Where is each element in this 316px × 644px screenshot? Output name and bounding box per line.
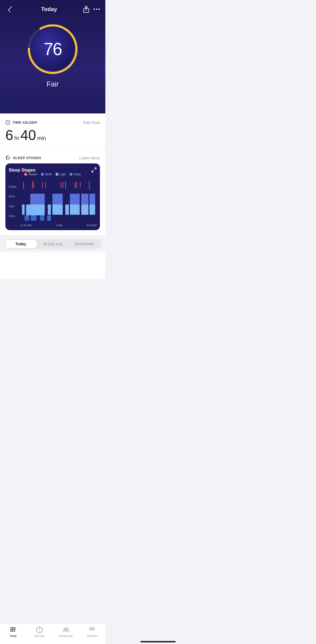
learn-more-button[interactable]: Learn More <box>79 156 100 160</box>
chart-legend: Awake REM Light Deep <box>9 173 97 176</box>
chart-body: Awake REM Light Deep <box>9 180 97 227</box>
moon-icon <box>5 155 11 160</box>
y-label-deep: Deep <box>9 214 19 217</box>
svg-rect-39 <box>80 182 80 187</box>
expand-icon <box>91 167 97 173</box>
time-asleep-header: TIME ASLEEP Edit Goal <box>5 120 100 125</box>
svg-rect-22 <box>81 204 89 215</box>
svg-rect-23 <box>89 204 95 215</box>
svg-rect-11 <box>25 215 29 221</box>
legend-deep-label: Deep <box>74 173 81 176</box>
back-chevron-icon <box>8 6 14 12</box>
y-labels: Awake REM Light Deep <box>9 180 19 223</box>
legend-light-dot <box>56 173 58 176</box>
svg-rect-29 <box>23 182 24 189</box>
hero-section: Today <box>0 0 105 113</box>
svg-rect-16 <box>26 204 30 215</box>
svg-point-3 <box>98 9 100 10</box>
svg-rect-19 <box>52 204 63 215</box>
more-button[interactable] <box>93 8 100 10</box>
legend-rem-label: REM <box>45 173 52 176</box>
page-title: Today <box>41 6 57 12</box>
svg-rect-15 <box>22 204 25 215</box>
svg-rect-18 <box>48 204 51 215</box>
svg-rect-34 <box>61 182 61 188</box>
time-hr-unit: hr <box>14 135 19 141</box>
svg-rect-40 <box>89 181 89 189</box>
chart-time-labels: 12:41 AM 5 AM 8:09 AM <box>20 224 97 227</box>
sleep-stages-section: SLEEP STAGES Learn More Sleep Stages Awa… <box>0 149 105 236</box>
legend-awake: Awake <box>24 173 37 176</box>
svg-rect-21 <box>70 204 80 215</box>
time-hours: 6 <box>5 127 13 143</box>
time-asleep-label: TIME ASLEEP <box>5 120 37 125</box>
clock-icon <box>5 120 10 125</box>
chart-time-end: 8:09 AM <box>87 224 97 227</box>
svg-rect-31 <box>33 182 34 188</box>
tabs-container: Today 30 Day Avg Benchmark <box>4 239 101 249</box>
svg-rect-24 <box>30 194 45 204</box>
share-button[interactable] <box>83 6 89 13</box>
time-value: 6 hr 40 min <box>5 127 100 143</box>
svg-rect-37 <box>75 182 75 188</box>
back-button[interactable] <box>5 4 15 14</box>
sleep-stages-label: SLEEP STAGES <box>5 155 41 160</box>
score-value: 76 <box>43 39 62 59</box>
svg-rect-33 <box>45 182 46 188</box>
svg-point-1 <box>93 9 95 10</box>
svg-rect-27 <box>81 194 89 204</box>
content-area: TIME ASLEEP Edit Goal 6 hr 40 min SLEEP … <box>0 113 105 279</box>
svg-rect-26 <box>70 194 80 204</box>
top-actions <box>83 6 100 13</box>
tab-today[interactable]: Today <box>5 240 37 248</box>
time-min-unit: min <box>37 135 46 141</box>
legend-light: Light <box>56 173 66 176</box>
svg-rect-32 <box>42 182 43 188</box>
svg-rect-14 <box>47 215 51 221</box>
svg-rect-20 <box>65 204 69 215</box>
svg-rect-25 <box>52 194 63 204</box>
y-label-rem: REM <box>9 195 19 198</box>
sleep-chart-svg <box>19 180 97 223</box>
svg-rect-35 <box>63 182 63 188</box>
score-ring: 76 <box>26 22 80 76</box>
time-minutes: 40 <box>21 127 36 143</box>
y-label-awake: Awake <box>9 185 19 188</box>
legend-rem: REM <box>41 173 52 176</box>
score-inner-circle: 76 <box>31 28 74 71</box>
tab-benchmark[interactable]: Benchmark <box>69 240 100 248</box>
chart-time-mid: 5 AM <box>56 224 62 227</box>
sleep-stages-header: SLEEP STAGES Learn More <box>5 155 100 160</box>
legend-deep-dot <box>70 173 72 176</box>
legend-deep: Deep <box>70 173 81 176</box>
legend-light-label: Light <box>60 173 66 176</box>
y-label-light: Light <box>9 205 19 208</box>
tab-30day[interactable]: 30 Day Avg <box>37 240 69 248</box>
svg-point-2 <box>96 9 97 10</box>
chart-with-ylabels: Awake REM Light Deep <box>9 180 97 223</box>
svg-rect-13 <box>40 215 44 221</box>
chart-time-start: 12:41 AM <box>20 224 31 227</box>
time-asleep-section: TIME ASLEEP Edit Goal 6 hr 40 min <box>0 113 105 149</box>
svg-rect-36 <box>65 181 66 189</box>
chart-title: Sleep Stages <box>9 168 36 172</box>
edit-goal-button[interactable]: Edit Goal <box>83 120 100 125</box>
score-container: 76 Fair <box>0 22 105 88</box>
legend-rem-dot <box>41 173 44 176</box>
svg-rect-38 <box>76 182 77 188</box>
expand-chart-button[interactable] <box>91 167 97 174</box>
svg-rect-17 <box>30 204 45 215</box>
sleep-stages-chart-card: Sleep Stages Awake REM Light <box>5 163 100 230</box>
score-label: Fair <box>47 80 59 88</box>
svg-rect-12 <box>31 215 36 221</box>
svg-rect-30 <box>32 181 33 189</box>
legend-awake-dot <box>24 173 27 176</box>
top-bar: Today <box>0 0 105 17</box>
tabs-section: Today 30 Day Avg Benchmark <box>0 236 105 252</box>
legend-awake-label: Awake <box>28 173 37 176</box>
svg-rect-28 <box>89 194 95 204</box>
